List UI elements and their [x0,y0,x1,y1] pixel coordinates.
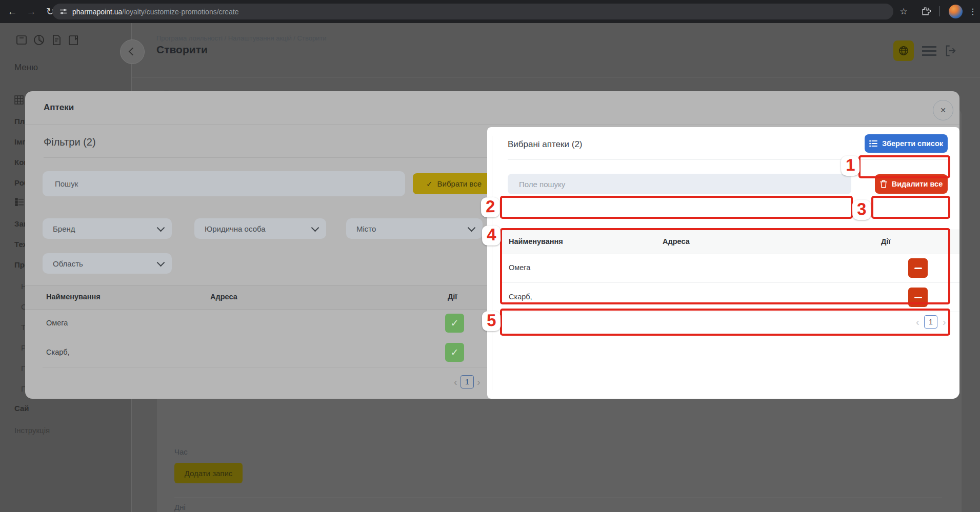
annotation-box-3 [871,196,950,219]
archive-box-icon[interactable] [15,34,28,48]
city-dropdown-label: Місто [356,224,376,233]
url-domain: pharmapoint.ua [72,8,122,16]
modal-header-divider [25,125,959,125]
sidebar-item-instruction[interactable]: Інструкція [14,426,50,435]
language-button[interactable] [893,40,914,61]
close-icon: ✕ [940,106,946,114]
chevron-down-icon [157,259,165,267]
region-dropdown[interactable]: Область [43,253,172,274]
delete-all-label: Видалити все [892,180,943,188]
url-path: /loyalty/customize-promotions/create [122,8,238,16]
panel-search-input[interactable] [508,174,851,194]
header-divider [132,77,980,77]
select-row-button[interactable]: ✓ [445,343,464,362]
annotation-box-1 [858,155,950,178]
brand-dropdown-label: Бренд [53,224,75,233]
pagination-page-1[interactable]: 1 [461,375,474,388]
modal-title: Аптеки [44,103,74,113]
add-record-button[interactable]: Додати запис [174,463,243,483]
chevron-down-icon [311,224,319,232]
annotation-number-4: 4 [482,226,501,245]
chevron-down-icon [157,224,165,232]
column-header-address: Адреса [210,293,237,301]
pagination-next-icon[interactable]: › [477,375,481,388]
select-all-button[interactable]: ✓Вибрати все [413,173,495,194]
browser-profile-avatar[interactable] [949,5,963,18]
time-label: Час [174,447,188,456]
grid-icon [14,95,24,105]
pie-chart-icon[interactable] [33,34,45,48]
table-row: Скарб, ✓ [25,338,495,367]
select-row-button[interactable]: ✓ [445,314,464,333]
annotation-box-2 [500,196,853,219]
document-icon[interactable] [50,34,63,48]
site-settings-icon[interactable] [59,8,67,15]
modal-close-button[interactable]: ✕ [933,100,953,120]
region-dropdown-label: Область [53,259,83,268]
table-row: Омега ✓ [25,309,495,338]
browser-toolbar: ← → ↻ pharmapoint.ua/loyalty/customize-p… [0,0,980,23]
pharmacy-name: Омега [46,319,68,327]
annotation-box-4 [500,228,950,304]
extensions-icon[interactable] [921,6,931,18]
modal-table-header-row: Найменування Адреса Дії [25,285,495,310]
days-label: Дні [174,503,186,511]
table-bottom-divider [43,367,495,367]
trash-icon [880,180,887,188]
logout-icon[interactable] [944,44,958,60]
check-icon: ✓ [451,346,459,358]
toolbar-divider [939,6,940,16]
book-icon[interactable] [68,34,80,48]
list-icon[interactable] [15,198,24,208]
browser-menu-icon[interactable]: ⋮ [966,5,980,19]
annotation-number-2: 2 [481,197,500,217]
city-dropdown[interactable]: Місто [346,218,483,239]
chevron-down-icon [468,224,476,232]
filters-title: Фільтри (2) [44,136,96,148]
menu-title: Меню [14,63,38,73]
pagination-prev-icon[interactable]: ‹ [454,375,457,388]
check-icon: ✓ [451,317,459,329]
annotation-number-5: 5 [482,311,501,331]
breadcrumb: Програма лояльності / Налаштування акцій… [156,34,327,42]
page-title: Створити [156,44,208,56]
list-check-icon [869,140,877,147]
pharmacy-name: Скарб, [46,348,70,356]
browser-forward-icon[interactable]: → [24,5,38,19]
panel-left-divider [492,136,492,390]
modal-search-input[interactable] [43,171,405,196]
annotation-number-1: 1 [841,156,860,176]
panel-title: Вибрані аптеки (2) [508,139,583,150]
annotation-number-3: 3 [852,200,871,220]
save-list-label: Зберегти список [882,139,943,148]
sidebar-item-site[interactable]: Сай [14,404,29,413]
globe-icon [898,45,909,56]
annotation-box-5 [500,309,950,336]
brand-dropdown[interactable]: Бренд [43,218,172,239]
legal-entity-dropdown-label: Юридична особа [205,224,266,233]
bookmark-star-icon[interactable]: ☆ [896,5,911,19]
address-bar[interactable]: pharmapoint.ua/loyalty/customize-promoti… [52,4,893,19]
check-icon: ✓ [426,179,433,189]
chevron-left-icon [129,48,137,56]
select-all-label: Вибрати все [437,179,482,188]
form-divider [174,498,942,498]
legal-entity-dropdown[interactable]: Юридична особа [194,218,326,239]
save-list-button[interactable]: Зберегти список [865,134,948,153]
column-header-actions: Дії [448,293,457,301]
url-text: pharmapoint.ua/loyalty/customize-promoti… [72,8,239,16]
hamburger-menu-icon[interactable] [922,46,936,56]
browser-back-icon[interactable]: ← [5,5,19,19]
sidebar-collapse-button[interactable] [120,39,145,64]
screenshot-root: ← → ↻ pharmapoint.ua/loyalty/customize-p… [0,0,980,512]
column-header-name: Найменування [46,293,101,301]
